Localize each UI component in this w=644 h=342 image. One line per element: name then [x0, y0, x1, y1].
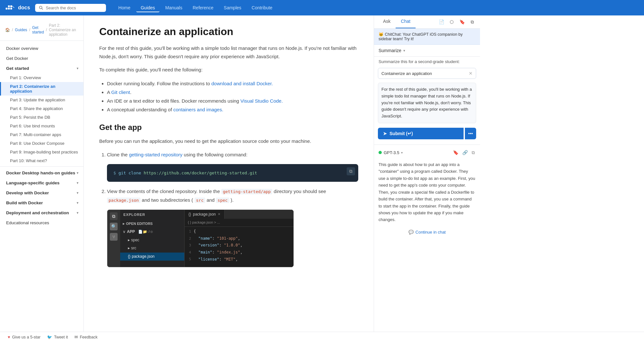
nav-logo[interactable]: docs [5, 3, 30, 13]
nav-guides[interactable]: Guides [136, 3, 159, 12]
five-star-link[interactable]: ♥ Give us a 5-star [8, 335, 41, 339]
pdf-icon[interactable]: 📄 [437, 18, 445, 26]
ellipsis-icon: ••• [468, 131, 473, 136]
download-install-link[interactable]: download and install Docker. [211, 81, 273, 86]
bookmark-response-button[interactable]: 🔖 [452, 149, 459, 156]
feedback-link[interactable]: ✉ Feedback [74, 335, 98, 339]
sidebar-item-get-started[interactable]: Get started ▾ [0, 63, 83, 73]
sidebar-item-label: Develop with Docker [6, 190, 49, 195]
sidebar-item-get-docker[interactable]: Get Docker [0, 53, 83, 63]
list-item: An IDE or a text editor to edit files. D… [107, 97, 358, 105]
vscode-breadcrumb: { } package.json > ... [185, 219, 293, 227]
sidebar-subitem-label: Part 6: Use bind mounts [10, 124, 55, 128]
chat-bubble-icon: 💬 [409, 230, 414, 235]
nav-reference[interactable]: Reference [188, 3, 218, 12]
sidebar-item-part1[interactable]: Part 1: Overview [0, 73, 83, 82]
chevron-down-icon: ▾ [77, 191, 78, 195]
tab-chat[interactable]: Chat [396, 15, 416, 28]
breadcrumb-home[interactable]: 🏠 [5, 28, 10, 32]
right-panel: Ask Chat 📄 ⬡ 🔖 ⧉ 🐱 ChitChat: Your ChatGP… [374, 15, 480, 342]
submit-label: Submit (↵) [389, 131, 413, 136]
nav-contribute[interactable]: Contribute [247, 3, 277, 12]
sidebar-item-docker-overview[interactable]: Docker overview [0, 43, 83, 53]
vscode-search-icon[interactable]: 🔍 [110, 223, 118, 230]
close-tab-icon[interactable]: ✕ [218, 211, 220, 217]
sidebar-toggle-icon[interactable]: ⧉ [468, 18, 476, 26]
steps-list: Clone the getting-started repository usi… [107, 150, 358, 267]
chat-divider [374, 144, 480, 145]
list-item: A conceptual understanding of containers… [107, 105, 358, 114]
share-response-button[interactable]: ⧉ [471, 149, 476, 156]
sidebar-item-build[interactable]: Build with Docker ▾ [0, 198, 83, 208]
search-icon [39, 5, 43, 10]
sidebar-item-develop[interactable]: Develop with Docker ▾ [0, 188, 83, 198]
sidebar-item-part3[interactable]: Part 3: Update the application [0, 96, 83, 104]
tab-ask[interactable]: Ask [378, 15, 396, 28]
vscode-explorer-icon[interactable]: ⧉ [110, 212, 118, 220]
submit-more-button[interactable]: ••• [465, 128, 476, 139]
search-box[interactable] [35, 4, 106, 12]
sidebar-item-part10[interactable]: Part 10: What next? [0, 156, 83, 165]
sidebar-item-deployment[interactable]: Deployment and orchestration ▾ [0, 208, 83, 218]
ai-full-response: This guide is about how to put an app in… [374, 158, 480, 226]
sidebar-item-language-guides[interactable]: Language-specific guides ▾ [0, 178, 83, 188]
sidebar-item-part7[interactable]: Part 7: Multi-container apps [0, 130, 83, 139]
breadcrumb-guides[interactable]: Guides [15, 28, 27, 32]
vscode-tab-package-json[interactable]: {} package.json ✕ [185, 210, 225, 219]
close-icon[interactable]: ✕ [469, 71, 473, 76]
prereq-list: Docker running locally. Follow the instr… [107, 79, 358, 114]
submit-button[interactable]: ➤ Submit (↵) [378, 128, 464, 139]
copy-button[interactable]: ⧉ [347, 167, 355, 175]
line-number: 3 [185, 242, 194, 249]
getting-started-repo-link[interactable]: getting-started repository [129, 152, 182, 157]
nav-samples[interactable]: Samples [219, 3, 246, 12]
list-item: A Git client. [107, 88, 358, 97]
sidebar-item-part8[interactable]: Part 8: Use Docker Compose [0, 139, 83, 148]
continue-in-chat-link[interactable]: 💬 Continue in chat [374, 226, 480, 238]
inline-code: spec [216, 198, 229, 203]
sidebar-item-part4[interactable]: Part 4: Share the application [0, 104, 83, 113]
copy-response-button[interactable]: 🔗 [462, 149, 468, 156]
panel-icons: 📄 ⬡ 🔖 ⧉ [437, 15, 476, 28]
search-input[interactable] [46, 5, 102, 10]
sidebar: 🏠 / Guides / Get started / Part 2: Conta… [0, 15, 84, 342]
model-selector[interactable]: GPT-3.5 ▾ [379, 150, 403, 155]
containers-images-link[interactable]: containers and images. [173, 107, 223, 112]
breadcrumb-current: Part 2: Containerize an application [49, 23, 78, 37]
line-number: 5 [185, 256, 194, 263]
vscode-git-icon[interactable]: ⑂ [110, 233, 118, 241]
model-status-dot [379, 151, 382, 154]
vscode-tree-app[interactable]: ∨ APP 📄📁↺⊕ [120, 228, 184, 236]
summarize-select[interactable]: Summarize ▾ [379, 48, 405, 53]
sidebar-item-educational[interactable]: Educational resources [0, 218, 83, 228]
chat-input-box[interactable]: Containerize an application ✕ [378, 68, 476, 79]
vscode-tree-open-editors[interactable]: ▸ OPEN EDITORS [120, 220, 184, 228]
nav-manuals[interactable]: Manuals [161, 3, 187, 12]
list-item: Clone the getting-started repository usi… [107, 150, 358, 182]
breadcrumb-get-started[interactable]: Get started [32, 25, 44, 34]
vscode-code-area: 1 { 2 "name": "101-app", 3 [185, 227, 293, 264]
code-content: "name": "101-app", [194, 235, 240, 242]
bookmark-icon[interactable]: 🔖 [458, 18, 466, 26]
vscode-explorer-header: EXPLORER [120, 210, 184, 220]
sidebar-item-part9[interactable]: Part 9: Image-building best practices [0, 148, 83, 156]
line-number: 4 [185, 249, 194, 256]
sidebar-item-part2[interactable]: Part 2: Containerize an application [0, 82, 83, 96]
git-client-link[interactable]: Git client [111, 89, 130, 95]
vscode-file-tree: EXPLORER ▸ OPEN EDITORS ∨ APP 📄📁↺⊕ ▸ spe… [120, 210, 185, 267]
share-icon[interactable]: ⬡ [448, 18, 456, 26]
chevron-down-icon: ▾ [403, 49, 405, 53]
summarize-label: Summarize [379, 48, 401, 53]
vscode-tree-spec[interactable]: ▸ spec [120, 236, 184, 245]
sidebar-item-desktop-guides[interactable]: Docker Desktop hands-on guides ▾ [0, 168, 83, 178]
vscode-link[interactable]: Visual Studio Code. [240, 98, 283, 104]
tweet-link[interactable]: 🐦 Tweet it [47, 335, 68, 339]
code-content: { [194, 228, 196, 235]
vscode-tree-package-json[interactable]: {} package.json [120, 253, 184, 261]
sidebar-item-part5[interactable]: Part 5: Persist the DB [0, 113, 83, 122]
nav-home[interactable]: Home [114, 3, 135, 12]
sidebar-item-part6[interactable]: Part 6: Use bind mounts [0, 122, 83, 130]
vscode-tree-src[interactable]: ▸ src [120, 244, 184, 253]
right-panel-tabs: Ask Chat 📄 ⬡ 🔖 ⧉ [374, 15, 480, 29]
sidebar-item-label: Get started [6, 66, 29, 71]
